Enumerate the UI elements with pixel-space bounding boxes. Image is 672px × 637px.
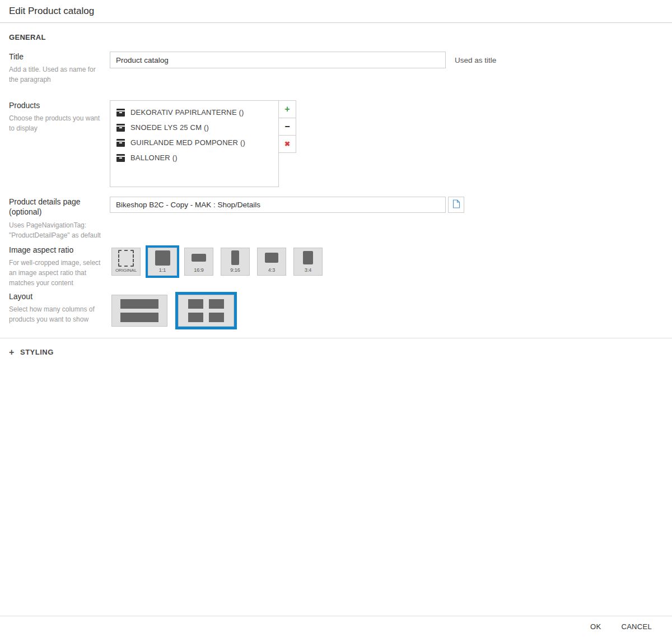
product-box-icon	[116, 124, 125, 132]
product-list-item[interactable]: BALLONER ()	[110, 150, 278, 165]
products-help: Choose the products you want to display	[9, 113, 102, 133]
product-list-actions: + − ✖	[278, 100, 296, 153]
product-list-item[interactable]: GUIRLANDE MED POMPONER ()	[110, 135, 278, 150]
dialog-title: Edit Product catalog	[9, 6, 94, 17]
aspect-option-label: 16:9	[194, 268, 204, 275]
3-4-ratio-shape	[303, 251, 313, 264]
ok-button[interactable]: OK	[589, 621, 602, 632]
product-box-icon	[116, 154, 125, 162]
aspect-option-label: ORIGINAL	[115, 268, 137, 275]
styling-section-label: STYLING	[20, 348, 54, 356]
aspect-option-label: 9:16	[230, 268, 240, 275]
layout-label: Layout	[9, 291, 102, 301]
product-name: DEKORATIV PAPIRLANTERNE ()	[130, 108, 244, 117]
aspect-option-3-4[interactable]: 3:4	[293, 248, 323, 276]
plus-icon: +	[284, 104, 290, 114]
title-label: Title	[9, 52, 102, 62]
x-icon: ✖	[284, 140, 290, 148]
layout-help: Select how many columns of products you …	[9, 304, 102, 324]
aspect-option-1-1[interactable]: 1:1	[148, 248, 177, 276]
aspect-option-4-3[interactable]: 4:3	[257, 248, 286, 276]
4-3-ratio-shape	[265, 253, 278, 263]
dialog-body: GENERAL Title Add a title. Used as name …	[0, 23, 672, 616]
layout-option-one-column[interactable]	[111, 295, 167, 327]
details-page-row: Product details page (optional) Uses Pag…	[9, 197, 663, 240]
title-row: Title Add a title. Used as name for the …	[9, 52, 663, 85]
page-picker-button[interactable]	[448, 197, 464, 213]
aspect-ratio-row: Image aspect ratio For well-cropped imag…	[9, 245, 663, 288]
product-box-icon	[116, 109, 125, 117]
cancel-button[interactable]: CANCEL	[620, 621, 653, 632]
expand-plus-icon: +	[9, 347, 20, 357]
document-icon	[452, 199, 460, 210]
layout-option-two-columns[interactable]	[178, 295, 234, 327]
minus-icon: −	[284, 122, 290, 132]
add-product-button[interactable]: +	[278, 100, 296, 118]
products-row: Products Choose the products you want to…	[9, 100, 663, 187]
details-page-label: Product details page (optional)	[9, 197, 102, 217]
dialog-footer: OK CANCEL	[0, 616, 672, 637]
aspect-ratio-options: ORIGINAL 1:1 16:9 9:16	[110, 245, 663, 278]
title-input[interactable]	[110, 52, 446, 68]
used-as-title-note: Used as title	[455, 56, 496, 64]
product-box-icon	[116, 139, 125, 147]
aspect-option-label: 3:4	[305, 268, 312, 275]
product-list-item[interactable]: SNOEDE LYS 25 CM ()	[110, 120, 278, 135]
aspect-option-16-9[interactable]: 16:9	[184, 248, 213, 276]
aspect-ratio-label: Image aspect ratio	[9, 245, 102, 255]
one-column-layout-icon	[120, 299, 158, 322]
details-page-input[interactable]	[110, 197, 446, 213]
product-name: GUIRLANDE MED POMPONER ()	[130, 138, 245, 147]
1-1-ratio-shape	[155, 250, 170, 266]
aspect-option-label: 1:1	[159, 268, 166, 275]
title-help: Add a title. Used as name for the paragr…	[9, 64, 102, 85]
aspect-option-original[interactable]: ORIGINAL	[111, 248, 141, 276]
aspect-option-9-16[interactable]: 9:16	[221, 248, 250, 276]
product-name: SNOEDE LYS 25 CM ()	[130, 123, 209, 132]
product-list[interactable]: DEKORATIV PAPIRLANTERNE () SNOEDE LYS 25…	[110, 100, 279, 187]
aspect-ratio-help: For well-cropped image, select an image …	[9, 258, 102, 288]
layout-options	[110, 291, 663, 330]
layout-row: Layout Select how many columns of produc…	[9, 291, 663, 330]
remove-product-button[interactable]: −	[278, 118, 296, 136]
product-list-item[interactable]: DEKORATIV PAPIRLANTERNE ()	[110, 105, 278, 120]
two-column-layout-icon	[188, 299, 224, 322]
9-16-ratio-shape	[231, 250, 239, 265]
delete-product-button[interactable]: ✖	[278, 135, 296, 153]
16-9-ratio-shape	[192, 254, 206, 262]
aspect-option-label: 4:3	[268, 268, 276, 275]
general-section-heading: GENERAL	[9, 33, 663, 41]
product-name: BALLONER ()	[130, 154, 178, 162]
details-page-help: Uses PageNavigationTag: "ProductDetailPa…	[9, 220, 102, 240]
original-ratio-shape	[118, 250, 134, 267]
products-label: Products	[9, 100, 102, 110]
styling-section-toggle[interactable]: + STYLING	[9, 338, 663, 366]
dialog-header: Edit Product catalog	[0, 0, 672, 23]
edit-product-catalog-dialog: Edit Product catalog GENERAL Title Add a…	[0, 0, 672, 637]
